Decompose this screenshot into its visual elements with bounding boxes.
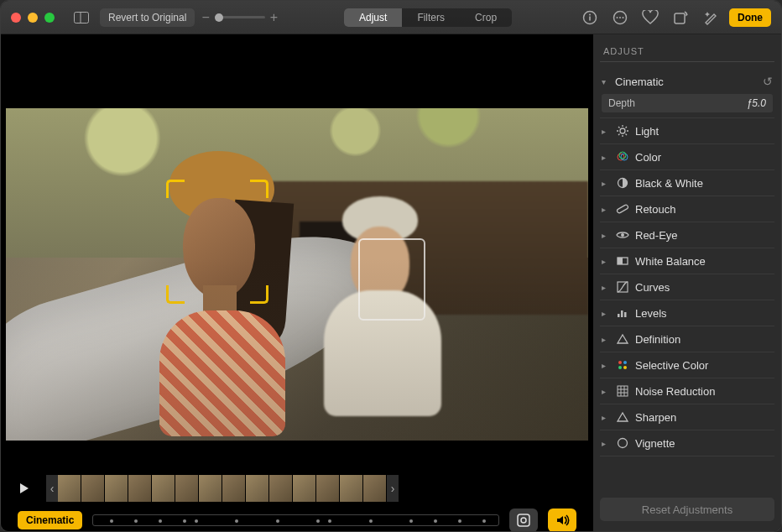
info-icon[interactable]	[578, 8, 602, 28]
svg-point-11	[521, 518, 526, 523]
filmstrip-frame[interactable]	[175, 475, 199, 502]
focus-scrubber[interactable]	[92, 514, 499, 526]
section-head[interactable]: ▸Noise Reduction	[600, 382, 774, 400]
section-label: Selective Color	[635, 359, 773, 372]
section-head[interactable]: ▸Retouch	[600, 200, 774, 218]
zoom-window[interactable]	[44, 13, 55, 23]
depth-value: ƒ5.0	[747, 97, 766, 109]
zoom-in-icon[interactable]: +	[270, 10, 278, 25]
svg-rect-28	[618, 258, 623, 264]
zoom-slider[interactable]	[215, 16, 265, 18]
section-label: Levels	[635, 307, 773, 320]
nudge-left[interactable]: ‹	[46, 475, 58, 502]
section-head[interactable]: ▸Vignette	[600, 434, 774, 452]
section-head[interactable]: ▸Light	[600, 122, 774, 140]
filmstrip-frame[interactable]	[340, 475, 363, 502]
section-label: Vignette	[635, 437, 773, 450]
auto-enhance-icon[interactable]	[699, 8, 722, 28]
favorite-icon[interactable]	[639, 8, 662, 28]
section-label: Light	[635, 125, 773, 138]
depth-slider-row[interactable]: Depth ƒ5.0	[602, 94, 773, 112]
titlebar: Revert to Original − + Adjust Filters Cr…	[1, 1, 781, 34]
tab-adjust[interactable]: Adjust	[344, 8, 402, 27]
audio-button[interactable]	[548, 509, 576, 532]
section-head[interactable]: ▸Red-Eye	[600, 226, 774, 244]
revert-button[interactable]: Revert to Original	[100, 8, 195, 27]
more-icon[interactable]	[608, 8, 632, 28]
filmstrip-frame[interactable]	[81, 475, 105, 502]
section-head[interactable]: ▸Curves	[600, 278, 774, 296]
filmstrip-frame[interactable]	[246, 475, 269, 502]
svg-rect-25	[617, 204, 629, 213]
bandaid-icon	[615, 202, 630, 216]
photo-viewer[interactable]	[1, 34, 593, 468]
section-head[interactable]: ▸Black & White	[600, 174, 774, 192]
primary-focus-box[interactable]	[166, 180, 268, 304]
filmstrip-frame[interactable]	[222, 475, 246, 502]
disclosure-down-icon: ▾	[602, 77, 610, 86]
svg-rect-10	[518, 514, 529, 526]
filmstrip-frame[interactable]	[128, 475, 152, 502]
dots-icon	[615, 358, 630, 372]
svg-point-33	[618, 361, 622, 364]
section-retouch: ▸Retouch	[600, 196, 774, 222]
disclosure-right-icon: ▸	[602, 413, 610, 422]
svg-point-42	[618, 439, 628, 448]
reset-adjustments-button[interactable]: Reset Adjustments	[600, 498, 774, 521]
section-head[interactable]: ▸Sharpen	[600, 408, 774, 426]
minimize-window[interactable]	[28, 13, 38, 23]
section-cinematic: ▾ Cinematic ↺ Depth ƒ5.0	[600, 69, 774, 118]
filmstrip-frame[interactable]	[363, 475, 387, 502]
disclosure-right-icon: ▸	[602, 361, 610, 370]
adjust-sidebar: Adjust ▾ Cinematic ↺ Depth ƒ5.0 ▸Light▸C…	[593, 34, 781, 531]
zoom-control[interactable]: − +	[201, 10, 278, 25]
sun-icon	[615, 124, 630, 138]
section-light: ▸Light	[600, 118, 774, 144]
svg-line-19	[618, 134, 620, 136]
wb-icon	[615, 254, 630, 268]
section-head[interactable]: ▸White Balance	[600, 252, 774, 270]
filmstrip-frame[interactable]	[199, 475, 222, 502]
section-head[interactable]: ▸Color	[600, 148, 774, 166]
reset-cinematic-icon[interactable]: ↺	[763, 75, 773, 88]
filmstrip-frame[interactable]	[105, 475, 128, 502]
section-noise-reduction: ▸Noise Reduction	[600, 378, 774, 404]
mode-tabs: Adjust Filters Crop	[344, 8, 512, 27]
focus-target-button[interactable]	[509, 509, 538, 532]
tab-filters[interactable]: Filters	[402, 8, 460, 27]
rotate-icon[interactable]	[669, 8, 692, 28]
done-button[interactable]: Done	[729, 8, 771, 27]
play-button[interactable]	[18, 482, 38, 495]
filmstrip-frame[interactable]	[152, 475, 175, 502]
secondary-focus-box[interactable]	[358, 238, 425, 321]
section-head[interactable]: ▸Levels	[600, 304, 774, 322]
disclosure-right-icon: ▸	[602, 257, 610, 266]
sidebar-toggle-icon[interactable]	[70, 8, 93, 28]
cinematic-badge-button[interactable]: Cinematic	[18, 511, 82, 529]
nudge-right[interactable]: ›	[387, 475, 399, 502]
close-window[interactable]	[11, 13, 21, 23]
section-white-balance: ▸White Balance	[600, 248, 774, 274]
filmstrip[interactable]: ‹ ›	[46, 475, 399, 502]
filmstrip-frame[interactable]	[58, 475, 81, 502]
svg-point-36	[623, 366, 627, 369]
section-label: Red-Eye	[635, 229, 773, 242]
svg-point-35	[618, 366, 622, 369]
depth-label: Depth	[608, 97, 747, 109]
section-head-cinematic[interactable]: ▾ Cinematic ↺	[600, 72, 774, 91]
circle-icon	[615, 436, 630, 450]
filmstrip-frame[interactable]	[269, 475, 293, 502]
tab-crop[interactable]: Crop	[460, 8, 512, 27]
svg-point-26	[621, 233, 624, 237]
svg-point-34	[623, 361, 627, 364]
section-head[interactable]: ▸Selective Color	[600, 356, 774, 374]
svg-line-18	[626, 134, 628, 136]
svg-line-17	[618, 127, 620, 128]
section-head[interactable]: ▸Definition	[600, 330, 774, 348]
filmstrip-frame[interactable]	[316, 475, 340, 502]
zoom-out-icon[interactable]: −	[201, 10, 209, 25]
svg-point-23	[619, 152, 626, 159]
section-vignette: ▸Vignette	[600, 430, 774, 456]
disclosure-right-icon: ▸	[602, 309, 610, 318]
filmstrip-frame[interactable]	[293, 475, 316, 502]
